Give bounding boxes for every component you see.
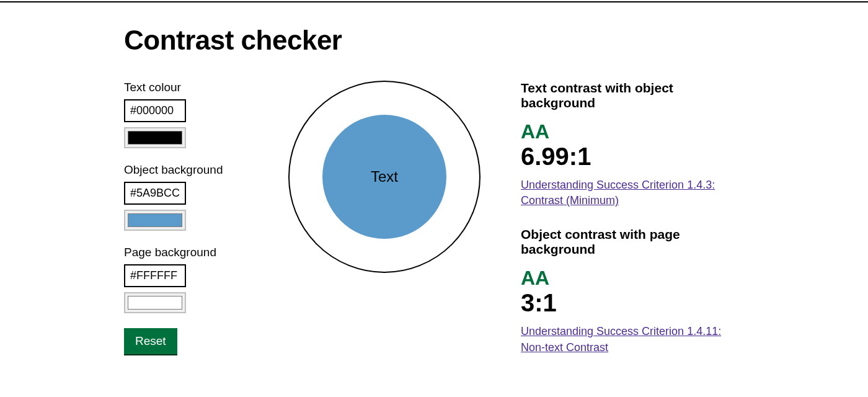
object-bg-swatch-inner: [128, 213, 182, 227]
page-title: Contrast checker: [124, 25, 744, 56]
object-bg-swatch[interactable]: [124, 210, 186, 231]
page-bg-swatch[interactable]: [124, 292, 186, 313]
top-divider: [0, 1, 868, 2]
page-bg-swatch-inner: [128, 296, 182, 310]
controls-column: Text colour Object background Page backg…: [124, 81, 248, 374]
reset-button[interactable]: Reset: [124, 328, 177, 354]
object-page-rating: AA: [521, 268, 744, 288]
page-bg-input[interactable]: [124, 264, 186, 287]
preview-column: Text: [285, 81, 484, 374]
object-bg-group: Object background: [124, 163, 248, 231]
text-colour-label: Text colour: [124, 81, 248, 94]
text-object-result: Text contrast with object background AA …: [521, 81, 744, 208]
preview-inner-circle: Text: [322, 115, 446, 239]
object-page-ratio: 3:1: [521, 290, 744, 315]
text-colour-group: Text colour: [124, 81, 248, 148]
text-colour-swatch-inner: [128, 131, 182, 145]
text-object-rating: AA: [521, 122, 744, 141]
text-object-ratio: 6.99:1: [521, 144, 744, 169]
object-page-heading: Object contrast with page background: [521, 227, 744, 257]
preview-text: Text: [371, 168, 398, 185]
object-bg-input[interactable]: [124, 182, 186, 205]
preview-outer-circle: Text: [288, 81, 480, 273]
page-bg-label: Page background: [124, 246, 248, 259]
text-colour-swatch[interactable]: [124, 127, 186, 148]
object-bg-label: Object background: [124, 163, 248, 177]
object-page-result: Object contrast with page background AA …: [521, 227, 744, 355]
text-colour-input[interactable]: [124, 99, 186, 122]
text-object-link[interactable]: Understanding Success Criterion 1.4.3: C…: [521, 177, 744, 208]
results-column: Text contrast with object background AA …: [521, 81, 744, 374]
page-bg-group: Page background: [124, 246, 248, 313]
text-object-heading: Text contrast with object background: [521, 81, 744, 110]
object-page-link[interactable]: Understanding Success Criterion 1.4.11: …: [521, 324, 744, 355]
